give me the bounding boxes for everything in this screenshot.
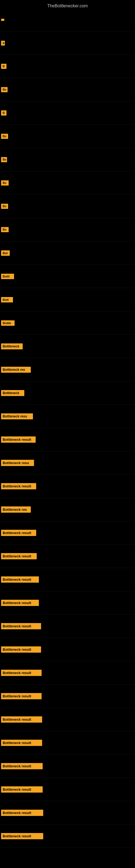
bottleneck-label: Bo [1, 87, 8, 92]
bottleneck-label: Bottleneck result [1, 436, 36, 443]
bottleneck-label: B [1, 111, 6, 116]
bottleneck-label: Bottleneck result [1, 483, 36, 489]
bottleneck-label: Bottleneck result [1, 600, 39, 606]
bottleneck-label: Bot [1, 250, 10, 256]
list-item-13: Bottle [0, 311, 135, 335]
list-item-23: Bottleneck result [0, 545, 135, 568]
bottleneck-label: Bottleneck result [1, 693, 42, 699]
bottleneck-label: Bottle [1, 320, 14, 326]
list-item-27: Bottleneck result [0, 638, 135, 661]
bottleneck-label: Bottleneck result [1, 833, 43, 839]
bottleneck-label: Bottleneck result [1, 716, 42, 723]
list-item-20: Bottleneck result [0, 475, 135, 498]
list-item-14: Bottleneck [0, 335, 135, 358]
list-item-17: Bottleneck resu [0, 405, 135, 428]
bottleneck-label: B [1, 41, 5, 45]
bottleneck-label: Bottleneck result [1, 646, 41, 653]
bottleneck-label: Bottleneck result [1, 786, 43, 793]
bottleneck-label: Bottleneck result [1, 577, 39, 583]
bottleneck-label: Bottleneck resu [1, 413, 33, 420]
list-item-12: Bott [0, 288, 135, 311]
bottleneck-label: Bo [1, 134, 8, 139]
list-item-9: Bo [0, 218, 135, 241]
bottleneck-label: Bo [1, 180, 9, 186]
list-item-15: Bottleneck res [0, 358, 135, 381]
list-item-16: Bottleneck [0, 381, 135, 405]
list-item-4: B [0, 101, 135, 125]
list-item-0 [0, 8, 135, 31]
bottleneck-label: Bottleneck result [1, 763, 43, 769]
list-item-31: Bottleneck result [0, 731, 135, 755]
bottleneck-label: Bottl [1, 274, 14, 279]
items-container: BBBoBBoBoBoBoBoBotBottlBottBottleBottlen… [0, 8, 135, 848]
bottleneck-label: Bottleneck result [1, 530, 36, 536]
bottleneck-label: Bottleneck res [1, 367, 31, 373]
bottleneck-label: B [1, 64, 6, 69]
list-item-8: Bo [0, 195, 135, 218]
list-item-11: Bottl [0, 265, 135, 288]
list-item-29: Bottleneck result [0, 685, 135, 708]
bottleneck-label: Bottleneck [1, 343, 23, 349]
bottleneck-label: Bottleneck result [1, 810, 43, 816]
list-item-28: Bottleneck result [0, 661, 135, 685]
list-item-35: Bottleneck result [0, 825, 135, 848]
list-item-26: Bottleneck result [0, 615, 135, 638]
bottleneck-label: Bottleneck result [1, 553, 37, 559]
list-item-21: Bottleneck res [0, 498, 135, 521]
list-item-34: Bottleneck result [0, 801, 135, 825]
list-item-3: Bo [0, 78, 135, 101]
bottleneck-label: Bottleneck result [1, 623, 41, 629]
bottleneck-label: Bott [1, 297, 13, 303]
list-item-1: B [0, 31, 135, 55]
list-item-2: B [0, 55, 135, 78]
bottleneck-label: Bottleneck [1, 390, 24, 396]
bottleneck-label: Bottleneck result [1, 740, 42, 746]
list-item-5: Bo [0, 125, 135, 148]
list-item-22: Bottleneck result [0, 521, 135, 545]
list-item-32: Bottleneck result [0, 755, 135, 778]
list-item-18: Bottleneck result [0, 428, 135, 452]
bottleneck-label: Bo [1, 157, 7, 162]
list-item-7: Bo [0, 172, 135, 195]
bottleneck-label: Bo [1, 227, 9, 232]
list-item-24: Bottleneck result [0, 568, 135, 591]
list-item-10: Bot [0, 241, 135, 265]
list-item-6: Bo [0, 148, 135, 172]
list-item-33: Bottleneck result [0, 778, 135, 801]
bottleneck-label: Bottleneck result [1, 670, 42, 676]
bottleneck-label: Bottleneck res [1, 506, 31, 513]
bottleneck-label: Bo [1, 204, 8, 209]
list-item-30: Bottleneck result [0, 708, 135, 731]
list-item-19: Bottleneck resu [0, 452, 135, 475]
bottleneck-label [1, 19, 4, 21]
list-item-25: Bottleneck result [0, 591, 135, 615]
bottleneck-label: Bottleneck resu [1, 460, 34, 466]
